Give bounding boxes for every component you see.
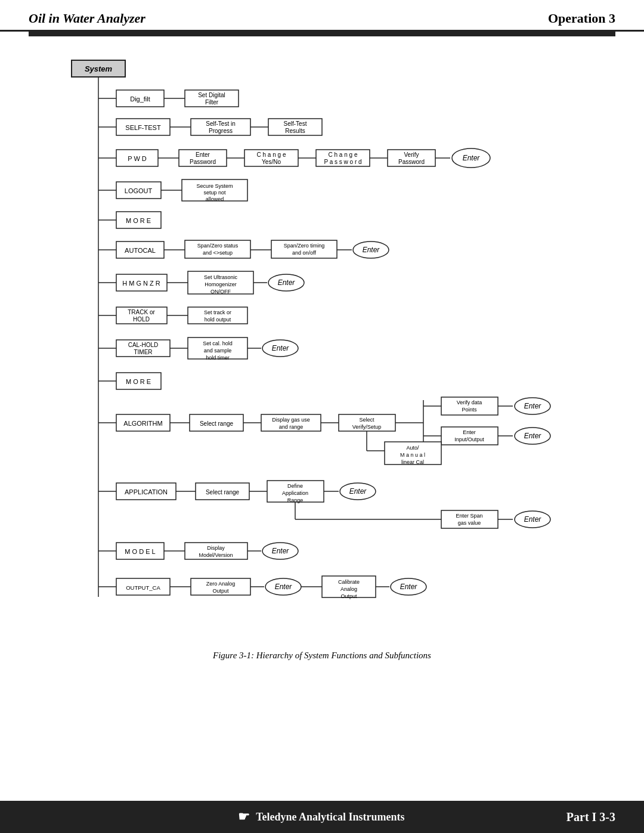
svg-point-97 — [262, 340, 298, 357]
svg-text:Enter: Enter — [272, 547, 290, 555]
svg-text:ALGORITHM: ALGORITHM — [123, 420, 162, 427]
svg-rect-72 — [188, 271, 253, 294]
svg-text:H M G N Z R: H M G N Z R — [122, 280, 160, 287]
svg-text:AUTOCAL: AUTOCAL — [125, 247, 156, 254]
svg-text:Enter: Enter — [363, 246, 380, 254]
svg-text:Progress: Progress — [209, 128, 233, 134]
svg-rect-155 — [441, 510, 498, 528]
svg-rect-52 — [116, 212, 161, 228]
svg-text:Output: Output — [212, 588, 229, 594]
svg-text:Dig_filt: Dig_filt — [130, 95, 150, 103]
svg-text:Password: Password — [398, 159, 425, 165]
svg-text:HOLD: HOLD — [133, 316, 150, 323]
svg-text:and on/off: and on/off — [292, 250, 316, 256]
svg-text:M a n u a l: M a n u a l — [400, 452, 425, 458]
svg-text:Results: Results — [285, 128, 305, 134]
svg-rect-0 — [72, 60, 125, 77]
svg-rect-58 — [185, 240, 250, 258]
svg-text:Span/Zero timing: Span/Zero timing — [284, 243, 325, 249]
svg-rect-18 — [268, 119, 322, 135]
svg-point-150 — [340, 483, 376, 500]
svg-text:Select range: Select range — [206, 489, 240, 496]
main-content: System Dig_filt Set Digital Filter SELF-… — [0, 36, 644, 708]
svg-text:M O R E: M O R E — [126, 378, 151, 385]
svg-text:Self-Test in: Self-Test in — [206, 120, 235, 127]
svg-text:Enter: Enter — [524, 432, 542, 440]
svg-text:M O D E L: M O D E L — [125, 548, 155, 555]
svg-rect-100 — [116, 373, 161, 389]
svg-text:hold output: hold output — [205, 317, 231, 323]
svg-rect-69 — [116, 274, 167, 291]
svg-text:LOGOUT: LOGOUT — [125, 187, 153, 194]
svg-text:Secure System: Secure System — [196, 183, 233, 189]
svg-text:Set track or: Set track or — [204, 309, 231, 315]
svg-rect-103 — [116, 414, 170, 431]
svg-rect-29 — [244, 150, 298, 166]
svg-text:Display gas use: Display gas use — [272, 417, 310, 423]
svg-point-169 — [262, 543, 298, 559]
svg-text:Enter: Enter — [349, 487, 367, 496]
svg-text:Verify data: Verify data — [457, 400, 482, 405]
svg-rect-11 — [116, 119, 170, 135]
footer-logo: ☛ — [238, 809, 250, 825]
svg-rect-4 — [116, 90, 164, 107]
svg-text:Self-Test: Self-Test — [284, 120, 307, 127]
header-left: Oil in Water Analyzer — [29, 11, 145, 26]
svg-text:ON/OFF: ON/OFF — [210, 289, 231, 295]
svg-text:Input/Output: Input/Output — [454, 436, 484, 442]
svg-text:Points: Points — [462, 407, 477, 413]
svg-text:Output: Output — [340, 593, 357, 599]
svg-rect-182 — [322, 576, 376, 597]
svg-rect-88 — [116, 340, 170, 357]
svg-text:Homogenizer: Homogenizer — [205, 281, 237, 287]
svg-rect-80 — [116, 307, 167, 324]
svg-rect-44 — [116, 182, 161, 199]
svg-text:TIMER: TIMER — [134, 349, 152, 355]
svg-text:Filter: Filter — [205, 99, 219, 106]
svg-rect-139 — [116, 483, 176, 500]
svg-point-77 — [268, 274, 304, 291]
svg-text:Analog: Analog — [340, 586, 357, 592]
svg-text:Select range: Select range — [200, 420, 234, 427]
header-bar — [29, 32, 615, 36]
svg-text:and  <>setup: and <>setup — [203, 250, 233, 256]
svg-text:C h a n g e: C h a n g e — [257, 151, 286, 158]
svg-text:Set cal. hold: Set cal. hold — [203, 340, 233, 346]
svg-rect-7 — [185, 90, 239, 107]
svg-rect-113 — [339, 414, 395, 431]
svg-point-187 — [391, 578, 426, 595]
page-header: Oil in Water Analyzer Operation 3 — [0, 0, 644, 32]
svg-rect-172 — [116, 578, 170, 595]
svg-text:Yes/No: Yes/No — [262, 159, 281, 165]
svg-text:Enter: Enter — [524, 515, 542, 524]
svg-text:Select: Select — [359, 417, 374, 423]
svg-rect-37 — [388, 150, 435, 166]
svg-text:allowed: allowed — [206, 196, 224, 202]
svg-text:and sample: and sample — [204, 348, 232, 354]
svg-rect-25 — [179, 150, 227, 166]
svg-text:Enter: Enter — [275, 583, 293, 591]
svg-text:System: System — [85, 64, 113, 73]
svg-text:Span/Zero status: Span/Zero status — [197, 243, 239, 249]
svg-point-123 — [515, 398, 550, 414]
svg-text:Range: Range — [287, 497, 304, 503]
svg-text:Enter: Enter — [196, 151, 210, 158]
svg-text:CAL-HOLD: CAL-HOLD — [128, 342, 159, 348]
svg-rect-119 — [441, 397, 498, 415]
svg-point-159 — [515, 511, 550, 528]
svg-text:Set Digital: Set Digital — [198, 92, 225, 98]
footer-right: Part I 3-3 — [566, 810, 615, 824]
svg-text:Zero Analog: Zero Analog — [206, 581, 236, 587]
svg-text:Set Ultrasonic: Set Ultrasonic — [204, 274, 238, 280]
svg-rect-165 — [185, 543, 247, 559]
figure-caption: Figure 3-1: Hierarchy of System Function… — [48, 651, 596, 661]
diagram-svg: System Dig_filt Set Digital Filter SELF-… — [54, 54, 590, 639]
svg-text:Application: Application — [282, 490, 308, 496]
svg-text:Auto/: Auto/ — [406, 445, 419, 451]
svg-text:TRACK or: TRACK or — [128, 309, 155, 315]
svg-text:SELF-TEST: SELF-TEST — [125, 124, 161, 131]
svg-point-130 — [515, 428, 550, 444]
svg-text:Enter: Enter — [463, 154, 481, 162]
svg-rect-109 — [261, 414, 321, 431]
svg-point-179 — [265, 578, 301, 595]
